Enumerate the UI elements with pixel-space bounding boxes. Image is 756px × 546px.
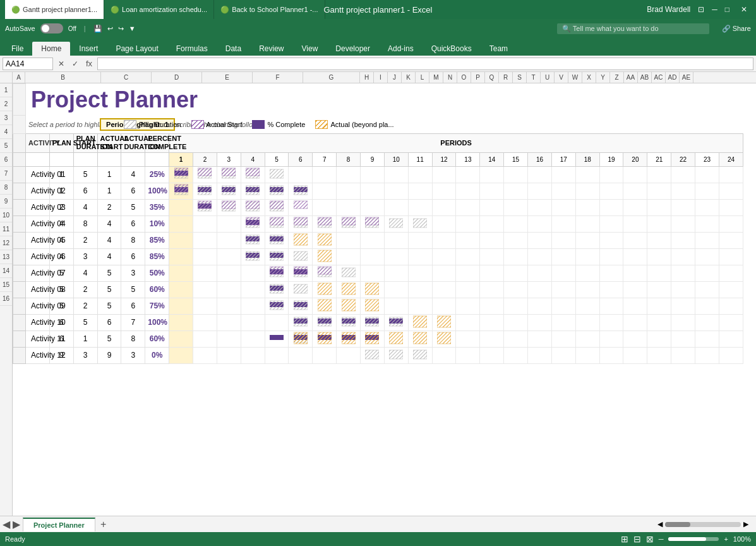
pct-complete-cell-5[interactable]: 85%	[145, 232, 169, 248]
plan-duration-cell-10[interactable]: 5	[73, 314, 97, 331]
plan-duration-cell-1[interactable]: 5	[73, 166, 97, 183]
activity-name-cell-1[interactable]: Activity 01	[26, 166, 50, 183]
activity-name-cell-5[interactable]: Activity 05	[26, 232, 50, 248]
ribbon-tab-review[interactable]: Review	[250, 42, 292, 56]
actual-duration-cell-3[interactable]: 5	[121, 199, 145, 215]
col-header-period-15[interactable]: V	[555, 72, 568, 83]
minimize-button[interactable]: ─	[712, 5, 717, 14]
actual-start-cell-4[interactable]: 4	[97, 215, 121, 232]
pct-complete-cell-2[interactable]: 100%	[145, 183, 169, 199]
actual-start-cell-2[interactable]: 1	[97, 183, 121, 199]
activity-name-cell-8[interactable]: Activity 08	[26, 281, 50, 298]
formula-input[interactable]	[97, 58, 753, 70]
actual-duration-cell-7[interactable]: 3	[121, 265, 145, 281]
col-header-E[interactable]: E	[202, 72, 253, 83]
normal-view[interactable]: ⊞	[621, 534, 628, 544]
plan-duration-cell-4[interactable]: 8	[73, 215, 97, 232]
col-header-period-1[interactable]: H	[360, 72, 374, 83]
pct-complete-cell-6[interactable]: 85%	[145, 248, 169, 265]
col-header-period-19[interactable]: Z	[610, 72, 624, 83]
pct-complete-cell-3[interactable]: 35%	[145, 199, 169, 215]
col-header-period-2[interactable]: I	[374, 72, 388, 83]
actual-duration-cell-10[interactable]: 7	[121, 314, 145, 331]
plan-duration-cell-11[interactable]: 1	[73, 331, 97, 347]
actual-start-cell-8[interactable]: 5	[97, 281, 121, 298]
pct-complete-cell-7[interactable]: 50%	[145, 265, 169, 281]
insert-function[interactable]: fx	[83, 59, 95, 68]
col-header-period-18[interactable]: Y	[596, 72, 610, 83]
pct-complete-cell-1[interactable]: 25%	[145, 166, 169, 183]
actual-duration-cell-12[interactable]: 3	[121, 347, 145, 363]
plan-duration-cell-8[interactable]: 2	[73, 281, 97, 298]
actual-start-cell-7[interactable]: 5	[97, 265, 121, 281]
actual-duration-cell-8[interactable]: 5	[121, 281, 145, 298]
actual-duration-cell-1[interactable]: 4	[121, 166, 145, 183]
col-header-period-8[interactable]: O	[457, 72, 471, 83]
ribbon-tab-formulas[interactable]: Formulas	[167, 42, 217, 56]
col-header-period-12[interactable]: S	[513, 72, 527, 83]
page-layout-view[interactable]: ⊟	[633, 534, 641, 544]
col-header-period-23[interactable]: AD	[666, 72, 680, 83]
ribbon-tab-file[interactable]: File	[3, 42, 32, 56]
cancel-formula[interactable]: ✕	[56, 59, 67, 68]
nav-left[interactable]: ◀	[3, 518, 10, 530]
col-header-period-4[interactable]: K	[402, 72, 416, 83]
col-header-period-6[interactable]: M	[429, 72, 443, 83]
add-sheet-button[interactable]: +	[97, 518, 111, 531]
activity-name-cell-10[interactable]: Activity 10	[26, 314, 50, 331]
ribbon-tab-insert[interactable]: Insert	[70, 42, 107, 56]
pct-complete-cell-9[interactable]: 75%	[145, 298, 169, 314]
col-header-A[interactable]: A	[13, 72, 25, 83]
ribbon-tab-quickbooks[interactable]: QuickBooks	[423, 42, 481, 56]
ribbon-tab-view[interactable]: View	[293, 42, 327, 56]
col-header-period-14[interactable]: U	[541, 72, 555, 83]
pct-complete-cell-8[interactable]: 60%	[145, 281, 169, 298]
col-header-period-22[interactable]: AC	[652, 72, 666, 83]
col-header-period-10[interactable]: Q	[485, 72, 499, 83]
col-header-period-3[interactable]: J	[388, 72, 402, 83]
plan-duration-cell-2[interactable]: 6	[73, 183, 97, 199]
ribbon-tab-home[interactable]: Home	[32, 42, 70, 56]
col-header-period-5[interactable]: L	[416, 72, 429, 83]
search-bar[interactable]: 🔍 Tell me what you want to do	[557, 23, 709, 34]
actual-start-cell-11[interactable]: 5	[97, 331, 121, 347]
col-header-period-16[interactable]: W	[568, 72, 582, 83]
col-header-period-11[interactable]: R	[499, 72, 513, 83]
autosave-toggle[interactable]	[40, 23, 63, 33]
activity-name-cell-7[interactable]: Activity 07	[26, 265, 50, 281]
actual-start-cell-12[interactable]: 9	[97, 347, 121, 363]
ribbon-tab-team[interactable]: Team	[481, 42, 517, 56]
col-header-G[interactable]: G	[303, 72, 360, 83]
plan-duration-cell-5[interactable]: 2	[73, 232, 97, 248]
confirm-formula[interactable]: ✓	[69, 59, 81, 68]
plan-duration-cell-6[interactable]: 3	[73, 248, 97, 265]
col-header-period-17[interactable]: X	[582, 72, 596, 83]
zoom-in[interactable]: +	[724, 535, 728, 543]
ribbon-tab-data[interactable]: Data	[217, 42, 250, 56]
title-tab[interactable]: 🟢Gantt project planner1...	[5, 0, 104, 19]
share-label[interactable]: 🔗 Share	[722, 25, 751, 33]
plan-duration-cell-12[interactable]: 3	[73, 347, 97, 363]
actual-start-cell-10[interactable]: 6	[97, 314, 121, 331]
ribbon-tab-page layout[interactable]: Page Layout	[107, 42, 167, 56]
zoom-slider[interactable]	[668, 537, 719, 541]
activity-name-cell-9[interactable]: Activity 09	[26, 298, 50, 314]
restore-button[interactable]: ⊡	[698, 5, 704, 14]
actual-start-cell-6[interactable]: 4	[97, 248, 121, 265]
title-tab[interactable]: 🟢Back to School Planner1 -...	[214, 0, 325, 19]
activity-name-cell-12[interactable]: Activity 12	[26, 347, 50, 363]
actual-duration-cell-6[interactable]: 6	[121, 248, 145, 265]
pct-complete-cell-4[interactable]: 10%	[145, 215, 169, 232]
pct-complete-cell-10[interactable]: 100%	[145, 314, 169, 331]
activity-name-cell-3[interactable]: Activity 03	[26, 199, 50, 215]
actual-duration-cell-9[interactable]: 6	[121, 298, 145, 314]
col-header-C[interactable]: C	[101, 72, 152, 83]
actual-start-cell-9[interactable]: 5	[97, 298, 121, 314]
activity-name-cell-11[interactable]: Activity 11	[26, 331, 50, 347]
maximize-button[interactable]: □	[725, 5, 729, 14]
zoom-out[interactable]: ─	[659, 535, 664, 543]
plan-duration-cell-9[interactable]: 2	[73, 298, 97, 314]
col-header-B[interactable]: B	[25, 72, 101, 83]
actual-duration-cell-11[interactable]: 8	[121, 331, 145, 347]
plan-duration-cell-3[interactable]: 4	[73, 199, 97, 215]
